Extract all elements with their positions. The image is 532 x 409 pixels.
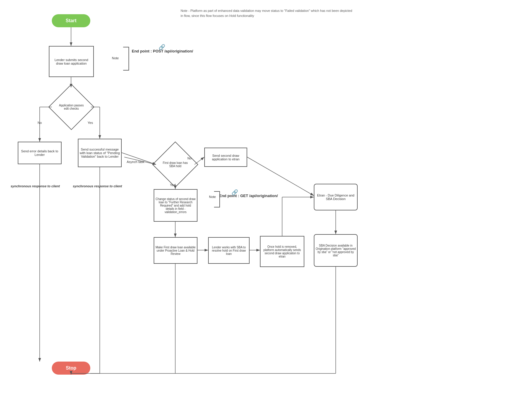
send-error-label: Send error details back to Lender [18, 148, 61, 158]
yes1-label: Yes [88, 121, 93, 124]
lender-submit-label: Lender submits second draw loan applicat… [49, 57, 93, 66]
yes2-label: Yes [170, 183, 175, 187]
start-shape: Start [52, 14, 90, 27]
svg-line-22 [247, 157, 314, 196]
asynch-label: Asynch task [127, 160, 144, 164]
first-draw-hold-wrapper: First draw loan has SBA hold [156, 145, 195, 184]
stop-label: Stop [66, 365, 76, 371]
synch2-label: synchronous response to client [73, 184, 122, 188]
make-first-draw-label: Make First draw loan available under Pro… [154, 245, 197, 257]
sba-decision-box: SBA Decision available in Origination pl… [314, 234, 358, 267]
send-error-box: Send error details back to Lender [18, 142, 62, 164]
send-success-label: Send successful message with loan status… [78, 146, 121, 159]
edit-checks-diamond-wrapper: Application passes edit checks [52, 87, 91, 127]
link-icon-1: 🔗 [159, 44, 165, 50]
once-hold-label: Once hold is removed, platform automatic… [261, 244, 304, 259]
once-hold-box: Once hold is removed, platform automatic… [260, 236, 304, 267]
note1-label: Note [112, 56, 119, 60]
note2-label: Note [209, 195, 216, 199]
etran-decision-box: Etran - Due Diligence and SBA Decision [314, 184, 358, 210]
change-status-box: Change status of second draw loan to "Fu… [154, 189, 197, 222]
lender-works-label: Lender works with SBA to resolve hold on… [209, 245, 249, 257]
lender-works-box: Lender works with SBA to resolve hold on… [208, 237, 250, 264]
no1-label: No [38, 121, 42, 124]
top-note: Note - Platform as part of enhanced data… [181, 8, 352, 18]
first-draw-hold-diamond [152, 141, 198, 188]
etran-decision-label: Etran - Due Diligence and SBA Decision [314, 192, 357, 202]
send-second-etran-box: Send second draw application to etran [204, 148, 247, 167]
lender-submit-box: Lender submits second draw loan applicat… [49, 46, 94, 77]
send-second-etran-label: Send second draw application to etran [205, 153, 247, 162]
flowchart: Note - Platform as part of enhanced data… [0, 0, 532, 409]
no2-label: No [187, 156, 192, 160]
send-success-box: Send successful message with loan status… [78, 139, 122, 167]
bracket-1 [123, 47, 129, 71]
sba-decision-label: SBA Decision available in Origination pl… [314, 243, 357, 258]
make-first-draw-box: Make First draw loan available under Pro… [154, 237, 197, 264]
link-icon-2: 🔗 [232, 189, 238, 196]
stop-shape: Stop [52, 362, 90, 375]
endpoint2-label: End point : GET /api/origination/ [219, 194, 278, 198]
start-label: Start [66, 18, 76, 23]
synch1-label: synchronous response to client [11, 184, 60, 188]
change-status-label: Change status of second draw loan to "Fu… [154, 196, 197, 215]
bracket-2 [214, 191, 220, 207]
